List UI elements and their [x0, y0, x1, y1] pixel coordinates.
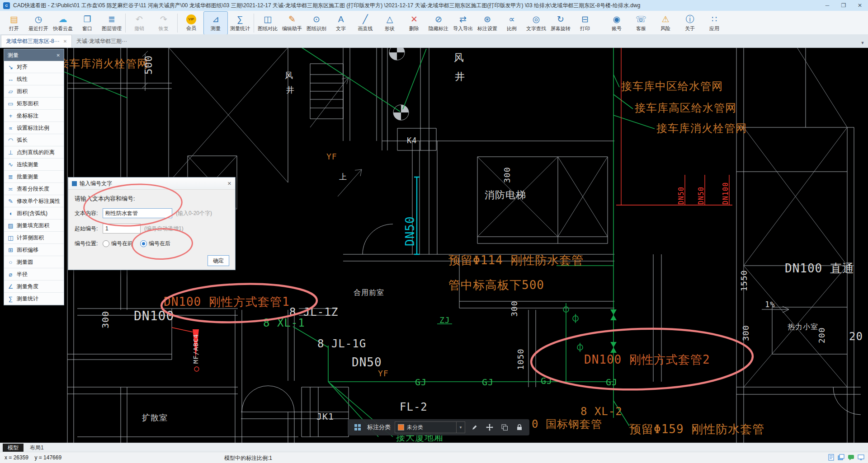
measure-item-area-arc[interactable]: ◖面积(含弧线): [4, 207, 64, 220]
measure-item-circle[interactable]: ○测量圆: [4, 256, 64, 268]
measure-item-batch[interactable]: ≣批量测量: [4, 171, 64, 183]
edit-icon[interactable]: [469, 422, 480, 433]
measure-item-continuous[interactable]: ∿连续测量: [4, 159, 64, 171]
risk-button[interactable]: ⚠风险: [653, 11, 678, 35]
account-button[interactable]: ◉账号: [604, 11, 629, 35]
print-button[interactable]: ⊟打印: [573, 11, 597, 35]
import-export-button[interactable]: ⇄导入导出: [451, 11, 475, 35]
measure-item-angle[interactable]: ∠测量角度: [4, 281, 64, 293]
measure-item-modify-attr[interactable]: ✎修改单个标注属性: [4, 195, 64, 207]
measure-panel-header[interactable]: 测量 ✕: [4, 49, 64, 61]
maximize-icon[interactable]: ❐: [835, 0, 852, 11]
text-search-button[interactable]: ◎文字查找: [524, 11, 548, 35]
minimize-icon[interactable]: ─: [819, 0, 835, 11]
measure-item-label: 坐标标注: [17, 112, 38, 120]
measure-item-coordinate[interactable]: +坐标标注: [4, 110, 64, 122]
tab-drawing-active[interactable]: 龙域华都三期东区-8··· ✕: [1, 35, 72, 47]
ribbon: ▤打开◷最近打开☁快看云盘❐窗口≣图层管理↶撤销↷恢复VIP会员⊿测量∑测量统计…: [0, 11, 868, 36]
cloud-drive-button[interactable]: ☁快看云盘: [51, 11, 75, 35]
measure-item-label: 半径: [17, 271, 28, 278]
window-button[interactable]: ❐窗口: [75, 11, 99, 35]
close-icon[interactable]: ✕: [852, 0, 868, 11]
measure-item-stats[interactable]: ∑测量统计: [4, 293, 64, 305]
measure-item-fill-area[interactable]: ▨测量填充面积: [4, 220, 64, 232]
dialog-titlebar[interactable]: 输入编号文字 ✕: [68, 178, 235, 190]
tab-drawing-inactive[interactable]: 天诚·龙域华都三期···: [72, 35, 132, 47]
drawing-compare-button[interactable]: ◫图纸对比: [255, 11, 280, 35]
measure-item-side-area-icon: ◫: [7, 234, 14, 241]
drawing-compare-icon: ◫: [264, 14, 272, 25]
classify-label: 标注分类: [367, 423, 391, 431]
layer-manager-button[interactable]: ≣图层管理: [99, 11, 124, 35]
measure-panel-close-icon[interactable]: ✕: [57, 53, 60, 58]
measure-item-linear[interactable]: ↔线性: [4, 73, 64, 85]
copy-icon[interactable]: [499, 422, 510, 433]
cad-text: DN50: [352, 355, 382, 369]
measure-item-segment-length[interactable]: ≍查看分段长度: [4, 183, 64, 195]
measure-item-rect-area[interactable]: ▭矩形面积: [4, 98, 64, 110]
measure-stats-button[interactable]: ∑测量统计: [228, 11, 252, 35]
annotation-settings-button[interactable]: ⊛标注设置: [475, 11, 500, 35]
apps-button[interactable]: ∷应用: [702, 11, 726, 35]
screen-rotate-button[interactable]: ↻屏幕旋转: [548, 11, 573, 35]
radio-number-after-label[interactable]: 编号在后: [149, 240, 170, 248]
vip-member-button[interactable]: VIP会员: [179, 11, 203, 35]
delete-button[interactable]: ✕删除: [402, 11, 426, 35]
measure-item-label: 对齐: [17, 63, 28, 71]
classify-dropdown[interactable]: 未分类 ▼: [395, 421, 465, 433]
tab-overflow-button[interactable]: ▼: [857, 38, 868, 47]
measure-item-side-area[interactable]: ◫计算侧面积: [4, 232, 64, 244]
measure-item-area[interactable]: ▱面积: [4, 85, 64, 98]
cad-text: 8 XL-2: [580, 405, 623, 418]
measure-item-arc-length[interactable]: ◠弧长: [4, 134, 64, 146]
redo-button[interactable]: ↷恢复: [151, 11, 176, 35]
redo-icon: ↷: [160, 14, 167, 25]
about-button[interactable]: ⓘ关于: [678, 11, 702, 35]
measure-item-area-offset-icon: ⊞: [7, 247, 14, 253]
tab-model[interactable]: 模型: [3, 444, 24, 452]
ok-button[interactable]: 确定: [208, 255, 229, 266]
cad-text: 井: [286, 85, 295, 94]
cloud-drive-icon: ☁: [59, 14, 67, 25]
hide-annotation-icon: ⊘: [435, 14, 442, 25]
hide-annotation-button[interactable]: ⊘隐藏标注: [426, 11, 451, 35]
undo-button[interactable]: ↶撤销: [127, 11, 151, 35]
measure-icon: ⊿: [212, 14, 219, 25]
chat-icon[interactable]: [848, 454, 854, 462]
start-number-input[interactable]: [103, 224, 141, 234]
measure-item-point-line-distance[interactable]: ⊥点到直线的距离: [4, 146, 64, 159]
doc-icon[interactable]: [828, 454, 835, 462]
window-stack-icon[interactable]: [838, 454, 844, 462]
chevron-down-icon[interactable]: ▼: [456, 422, 465, 433]
draw-line-button[interactable]: ╱画直线: [353, 11, 377, 35]
measure-item-align[interactable]: ↘对齐: [4, 61, 64, 73]
ribbon-item-label: 风险: [660, 25, 670, 32]
radio-number-after[interactable]: [140, 240, 147, 247]
tab-layout1[interactable]: 布局1: [25, 444, 49, 452]
monitor-icon[interactable]: [858, 454, 864, 462]
radio-number-before[interactable]: [103, 240, 109, 247]
measure-item-radius[interactable]: ⌀半径: [4, 268, 64, 281]
move-icon[interactable]: [484, 422, 495, 433]
edit-assistant-button[interactable]: ✎编辑助手: [280, 11, 304, 35]
dialog-close-icon[interactable]: ✕: [227, 181, 231, 187]
open-button[interactable]: ▤打开: [2, 11, 26, 35]
measure-button[interactable]: ⊿测量: [203, 11, 228, 35]
measure-item-area-offset[interactable]: ⊞面积偏移: [4, 244, 64, 256]
recent-open-button[interactable]: ◷最近打开: [26, 11, 51, 35]
ribbon-item-label: 形状: [385, 25, 395, 32]
tab-close-icon[interactable]: ✕: [63, 39, 67, 44]
scale-button[interactable]: ∝比例: [500, 11, 524, 35]
lock-icon[interactable]: [514, 422, 525, 433]
measure-item-label: 测量圆: [17, 258, 33, 266]
text-button[interactable]: A文字: [329, 11, 353, 35]
support-button[interactable]: ☏客服: [629, 11, 653, 35]
edit-assistant-icon: ✎: [288, 14, 296, 25]
measure-item-set-scale[interactable]: ∝设置标注比例: [4, 122, 64, 134]
grid-icon[interactable]: [352, 422, 363, 433]
shape-button[interactable]: △形状: [377, 11, 402, 35]
radio-number-before-label[interactable]: 编号在前: [111, 240, 133, 248]
measure-item-label: 批量测量: [17, 173, 38, 181]
drawing-recognition-button[interactable]: ⊙图纸识别: [304, 11, 329, 35]
text-content-input[interactable]: [103, 208, 172, 218]
